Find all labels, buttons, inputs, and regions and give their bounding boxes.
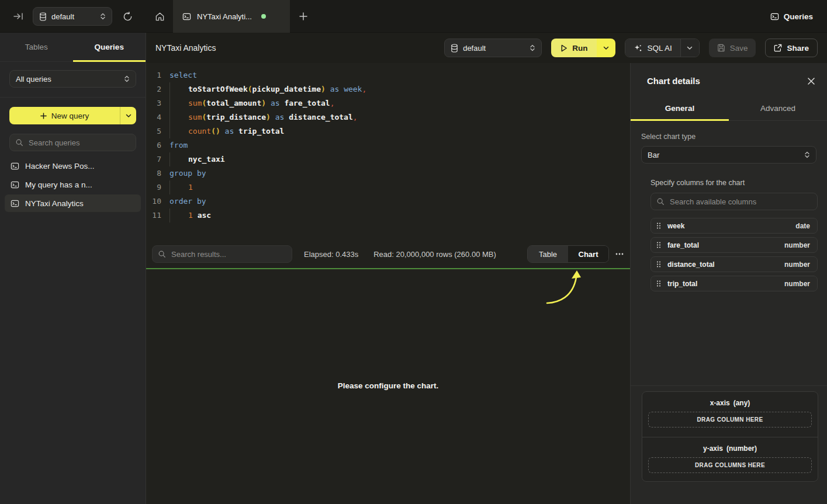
columns-search-input[interactable] [650, 193, 818, 210]
column-name: distance_total [667, 260, 784, 269]
general-tab-label: General [665, 104, 694, 113]
query-filter-select[interactable]: All queries [9, 70, 136, 88]
chart-type-value: Bar [648, 151, 800, 159]
run-dropdown[interactable] [597, 39, 615, 57]
chevron-updown-icon [124, 75, 130, 82]
results-search [152, 245, 292, 263]
terminal-icon [770, 12, 779, 21]
sidebar-tab-tables[interactable]: Tables [0, 33, 73, 61]
axis-label: x-axis(any) [648, 399, 812, 407]
drag-grip-icon[interactable] [656, 280, 661, 287]
columns-search [650, 193, 818, 210]
collapse-sidebar-button[interactable] [9, 7, 28, 26]
sql-ai-button[interactable]: SQL AI [625, 39, 699, 57]
column-row[interactable]: trip_totalnumber [650, 276, 818, 291]
line-number: 4 [146, 110, 161, 124]
query-search [9, 134, 136, 151]
line-number: 2 [146, 82, 161, 96]
drag-grip-icon[interactable] [656, 260, 661, 268]
code-line[interactable]: 10order by [146, 194, 630, 208]
close-panel-button[interactable] [807, 77, 815, 85]
share-icon [774, 44, 782, 52]
query-list: Hacker News Pos... My query has a n... N… [0, 157, 146, 212]
terminal-icon [11, 162, 19, 171]
view-toggle-chart[interactable]: Chart [568, 246, 608, 262]
axes-config: x-axis(any)DRAG COLUMN HEREy-axis(number… [642, 391, 818, 482]
home-tab[interactable] [146, 0, 173, 33]
query-list-item[interactable]: My query has a n... [5, 176, 141, 193]
column-name: fare_total [667, 241, 784, 249]
new-query-button[interactable]: New query [9, 107, 136, 124]
results-search-input[interactable] [152, 245, 292, 263]
sql-editor[interactable]: 1select2toStartOfWeek(pickup_datetime) a… [146, 63, 630, 241]
code-text: nyc_taxi [161, 152, 225, 166]
run-label: Run [572, 44, 587, 53]
topbar-database-select[interactable]: default [33, 7, 112, 26]
axis-label: y-axis(number) [648, 444, 812, 453]
column-row[interactable]: fare_totalnumber [650, 237, 818, 253]
column-type: number [784, 280, 810, 288]
new-query-label: New query [51, 112, 89, 120]
query-search-input[interactable] [9, 134, 136, 151]
view-toggle-table[interactable]: Table [528, 246, 568, 262]
chevron-updown-icon [100, 13, 106, 20]
code-line[interactable]: 111 asc [146, 208, 630, 223]
axis-dropzone[interactable]: DRAG COLUMNS HERE [648, 457, 812, 473]
code-line[interactable]: 91 [146, 180, 630, 194]
top-bar: default NYTaxi Analyti... [0, 0, 827, 33]
sidebar-tab-queries[interactable]: Queries [73, 33, 146, 61]
query-item-label: My query has a n... [25, 180, 92, 189]
tab-strip: NYTaxi Analyti... [146, 0, 317, 33]
line-number: 8 [146, 166, 161, 180]
home-icon [155, 12, 165, 22]
column-row[interactable]: weekdate [650, 218, 818, 234]
code-text: 1 [161, 180, 193, 194]
code-line[interactable]: 3sum(total_amount) as fare_total, [146, 96, 630, 110]
query-list-item[interactable]: NYTaxi Analytics [5, 194, 141, 212]
drag-grip-icon[interactable] [656, 241, 661, 249]
tab-label: NYTaxi Analyti... [197, 12, 252, 21]
save-button[interactable]: Save [709, 39, 756, 57]
axis-config-y-axis: y-axis(number)DRAG COLUMNS HERE [642, 437, 818, 482]
advanced-tab-label: Advanced [760, 104, 795, 113]
query-list-item[interactable]: Hacker News Pos... [5, 157, 141, 175]
terminal-icon [11, 199, 19, 208]
code-line[interactable]: 6from [146, 138, 630, 152]
query-item-label: NYTaxi Analytics [25, 199, 84, 208]
terminal-icon [182, 12, 191, 21]
play-icon [560, 44, 568, 52]
new-query-dropdown[interactable] [120, 107, 136, 124]
code-text: toStartOfWeek(pickup_datetime) as week, [161, 82, 366, 96]
panel-tab-general[interactable]: General [631, 96, 729, 120]
line-number: 9 [146, 180, 161, 194]
code-line[interactable]: 4sum(trip_distance) as distance_total, [146, 110, 630, 124]
axis-dropzone[interactable]: DRAG COLUMN HERE [648, 412, 812, 427]
database-icon [39, 12, 47, 21]
code-line[interactable]: 8group by [146, 166, 630, 180]
chart-type-select[interactable]: Bar [641, 146, 816, 164]
code-line[interactable]: 2toStartOfWeek(pickup_datetime) as week, [146, 82, 630, 96]
share-button[interactable]: Share [765, 39, 818, 57]
code-line[interactable]: 5count() as trip_total [146, 124, 630, 138]
topbar-queries-button[interactable]: Queries [770, 0, 813, 33]
sql-ai-dropdown[interactable] [680, 39, 699, 57]
chart-view-label: Chart [579, 250, 598, 259]
sidebar-tabs: Tables Queries [0, 33, 146, 62]
code-line[interactable]: 7nyc_taxi [146, 152, 630, 166]
panel-body: Select chart type Bar [631, 121, 827, 164]
tab-nytaxi-analytics[interactable]: NYTaxi Analyti... [173, 0, 290, 33]
plus-icon [299, 12, 307, 20]
code-line[interactable]: 1select [146, 68, 630, 82]
chevron-down-icon [687, 46, 693, 50]
query-item-label: Hacker News Pos... [25, 162, 95, 171]
new-tab-button[interactable] [290, 0, 317, 33]
refresh-button[interactable] [118, 7, 137, 26]
panel-tab-advanced[interactable]: Advanced [729, 96, 827, 120]
columns-section: Specify columns for the chart weekdate f… [631, 164, 827, 291]
header-database-select[interactable]: default [444, 39, 542, 57]
results-more-button[interactable] [609, 253, 630, 255]
run-button[interactable]: Run [551, 39, 615, 57]
column-row[interactable]: distance_totalnumber [650, 256, 818, 272]
drag-grip-icon[interactable] [656, 222, 661, 230]
line-number: 3 [146, 96, 161, 110]
